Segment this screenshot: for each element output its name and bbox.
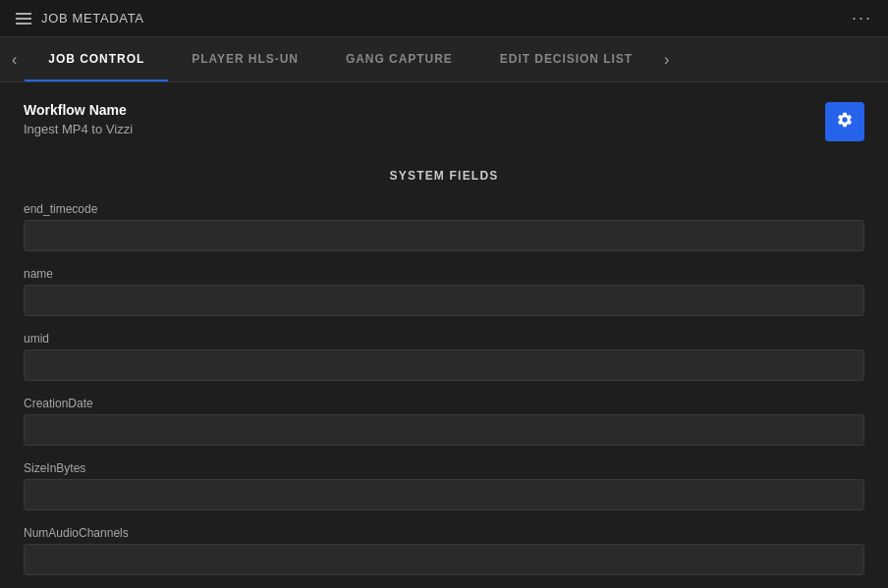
field-input-num-audio-channels[interactable] bbox=[24, 544, 864, 575]
app-container: JOB METADATA ··· ‹ JOB CONTROL PLAYER HL… bbox=[0, 0, 888, 588]
workflow-label: Workflow Name bbox=[24, 102, 133, 118]
workflow-value: Ingest MP4 to Vizzi bbox=[24, 122, 133, 136]
field-group-num-audio-channels: NumAudioChannels bbox=[24, 526, 864, 575]
field-group-umid: umid bbox=[24, 332, 864, 381]
field-group-size-in-bytes: SizeInBytes bbox=[24, 461, 864, 510]
field-input-umid[interactable] bbox=[24, 349, 864, 381]
header-title: JOB METADATA bbox=[41, 11, 144, 26]
main-content: Workflow Name Ingest MP4 to Vizzi SYSTEM… bbox=[0, 82, 888, 588]
field-label-num-audio-channels: NumAudioChannels bbox=[24, 526, 864, 540]
field-input-name[interactable] bbox=[24, 285, 864, 316]
tab-player-hls[interactable]: PLAYER HLS-UN bbox=[168, 37, 322, 81]
tab-job-control[interactable]: JOB CONTROL bbox=[25, 37, 168, 81]
header-left: JOB METADATA bbox=[16, 11, 144, 26]
hamburger-icon[interactable] bbox=[16, 13, 31, 25]
tab-bar: ‹ JOB CONTROL PLAYER HLS-UN GANG CAPTURE… bbox=[0, 37, 888, 82]
field-input-size-in-bytes[interactable] bbox=[24, 479, 864, 510]
field-label-umid: umid bbox=[24, 332, 864, 346]
field-group-end-timecode: end_timecode bbox=[24, 202, 864, 251]
field-label-end-timecode: end_timecode bbox=[24, 202, 864, 216]
field-label-name: name bbox=[24, 267, 864, 281]
field-input-creation-date[interactable] bbox=[24, 414, 864, 446]
field-group-creation-date: CreationDate bbox=[24, 397, 864, 446]
tab-gang-capture[interactable]: GANG CAPTURE bbox=[322, 37, 476, 81]
field-input-end-timecode[interactable] bbox=[24, 220, 864, 251]
more-options-button[interactable]: ··· bbox=[852, 8, 872, 28]
field-group-name: name bbox=[24, 267, 864, 316]
workflow-info: Workflow Name Ingest MP4 to Vizzi bbox=[24, 102, 133, 136]
field-label-creation-date: CreationDate bbox=[24, 397, 864, 410]
field-label-size-in-bytes: SizeInBytes bbox=[24, 461, 864, 475]
tab-edit-decision-list[interactable]: EDIT DECISION LIST bbox=[476, 37, 656, 81]
fields-section: end_timecode name umid CreationDate Size… bbox=[24, 202, 864, 588]
tab-next-button[interactable]: › bbox=[656, 37, 677, 81]
system-fields-title: SYSTEM FIELDS bbox=[24, 169, 864, 183]
settings-button[interactable] bbox=[825, 102, 864, 141]
header-bar: JOB METADATA ··· bbox=[0, 0, 888, 37]
gear-icon bbox=[836, 111, 854, 133]
workflow-section: Workflow Name Ingest MP4 to Vizzi bbox=[24, 102, 864, 141]
tab-prev-button[interactable]: ‹ bbox=[4, 37, 25, 81]
